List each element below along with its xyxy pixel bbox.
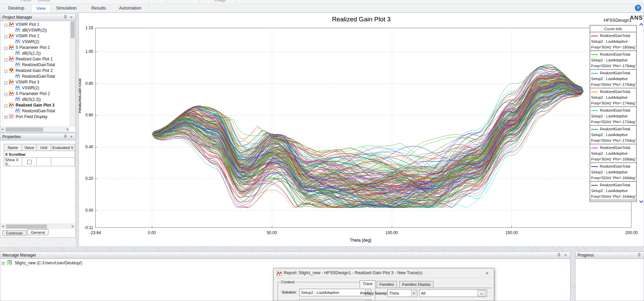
paste-button[interactable]: Paste bbox=[20, 0, 31, 2]
expander-icon[interactable]: - bbox=[4, 47, 7, 50]
tree-item-vswr-2-[interactable]: VSWR(2) bbox=[0, 39, 70, 45]
expander-icon[interactable]: - bbox=[4, 58, 7, 61]
scrollbar-thumb[interactable] bbox=[6, 128, 43, 131]
sweep-range-field[interactable]: All bbox=[419, 289, 487, 297]
delete-button[interactable]: Delete bbox=[38, 0, 50, 2]
tree-item-realizedgaintotal[interactable]: RealizedGainTotal bbox=[0, 74, 70, 79]
expander-icon[interactable]: + bbox=[2, 262, 5, 265]
close-icon[interactable]: × bbox=[484, 270, 490, 277]
tree-item-s-parameter-plot-1[interactable]: -S Parameter Plot 1 bbox=[0, 45, 70, 51]
message-item-label: 58ghz_new (C:/Users/User/Desktop/) bbox=[15, 261, 82, 265]
tree-item-realizedgaintotal[interactable]: RealizedGainTotal bbox=[0, 62, 70, 68]
vertical-splitter[interactable] bbox=[570, 251, 575, 301]
properties-horizontal-scrollbar[interactable]: < > bbox=[1, 224, 75, 229]
legend-entry[interactable]: RealizedGainTotalSetup2 : LastAdaptiveFr… bbox=[590, 144, 636, 163]
dialog-tab-trace[interactable]: Trace bbox=[360, 280, 376, 288]
ribbon-tab-automation[interactable]: Automation bbox=[114, 4, 146, 12]
legend-entry[interactable]: RealizedGainTotalSetup2 : LastAdaptiveFr… bbox=[590, 163, 636, 182]
ellipsis-button[interactable]: ... bbox=[478, 290, 486, 296]
tree-item-realized-gain-plot-2[interactable]: -Realized Gain Plot 2 bbox=[0, 68, 70, 74]
tree-item-db-s-2-2-[interactable]: dB(S(2,2)) bbox=[0, 97, 70, 102]
tree-item-db-vswr-2-[interactable]: dB(VSWR(2)) bbox=[0, 27, 70, 33]
properties-columns-row: NameValueUnitEvaluated V bbox=[4, 144, 75, 151]
properties-body: NameValueUnitEvaluated V X Scrollbar Sho… bbox=[0, 140, 76, 238]
tree-item-vswr-plot-3[interactable]: -VSWR Plot 3 bbox=[0, 79, 70, 85]
expander-icon[interactable]: - bbox=[4, 70, 7, 73]
help-icon[interactable]: ? bbox=[635, 5, 641, 11]
scroll-left-icon[interactable]: < bbox=[1, 224, 5, 229]
close-icon[interactable]: × bbox=[69, 15, 74, 20]
properties-group-row: X Scrollbar bbox=[4, 151, 75, 158]
tree-item-s-parameter-plot-2[interactable]: -S Parameter Plot 2 bbox=[0, 91, 70, 97]
message-item[interactable]: + 58ghz_new (C:/Users/User/Desktop/) bbox=[0, 260, 570, 266]
project-tree: -VSWR Plot 1dB(VSWR(2))-VSWR Plot 2VSWR(… bbox=[0, 22, 70, 120]
pin-icon[interactable] bbox=[63, 15, 68, 20]
column-header-value[interactable]: Value bbox=[22, 144, 37, 151]
expander-icon[interactable]: + bbox=[4, 116, 7, 119]
legend-entry[interactable]: RealizedGainTotalSetup2 : LastAdaptiveFr… bbox=[590, 88, 636, 107]
scroll-right-icon[interactable]: > bbox=[65, 127, 70, 132]
port-plot-icon bbox=[9, 114, 14, 120]
show-x-scrollbar-checkbox[interactable] bbox=[27, 160, 32, 164]
x-tick-label: 0.00 bbox=[142, 230, 162, 235]
tree-horizontal-scrollbar[interactable]: < > bbox=[0, 127, 70, 132]
close-icon[interactable]: × bbox=[69, 134, 74, 139]
ribbon-tab-view[interactable]: View bbox=[31, 4, 51, 12]
dialog-tab-families[interactable]: Families bbox=[377, 281, 397, 288]
tree-item-vswr-plot-2[interactable]: -VSWR Plot 2 bbox=[0, 33, 70, 39]
legend-entry[interactable]: RealizedGainTotalSetup2 : LastAdaptiveFr… bbox=[590, 182, 636, 200]
tab-general[interactable]: General bbox=[27, 229, 48, 235]
column-header-evaluated-v[interactable]: Evaluated V bbox=[51, 144, 75, 151]
pin-icon[interactable] bbox=[63, 134, 68, 139]
legend-entry[interactable]: RealizedGainTotalSetup2 : LastAdaptiveFr… bbox=[590, 70, 636, 88]
close-icon[interactable]: × bbox=[563, 253, 568, 258]
tree-item-realized-gain-plot-1[interactable]: -Realized Gain Plot 1 bbox=[0, 56, 70, 62]
ribbon-tab-simulation[interactable]: Simulation bbox=[51, 4, 81, 12]
tree-item-vswr-2-[interactable]: VSWR(2) bbox=[0, 85, 70, 91]
legend-entry[interactable]: RealizedGainTotalSetup2 : LastAdaptiveFr… bbox=[590, 126, 636, 144]
tree-item-label: RealizedGainTotal bbox=[22, 74, 55, 79]
scroll-right-icon[interactable]: > bbox=[70, 224, 75, 229]
column-header-name[interactable]: Name bbox=[4, 144, 22, 151]
expander-icon[interactable]: - bbox=[4, 24, 7, 27]
expander-icon[interactable]: - bbox=[4, 35, 7, 38]
geometry-select[interactable]: 3D ▼ bbox=[299, 299, 371, 301]
horizontal-splitter[interactable] bbox=[0, 247, 644, 251]
legend-entry[interactable]: RealizedGainTotalSetup2 : LastAdaptiveFr… bbox=[590, 51, 636, 70]
column-header-unit[interactable]: Unit bbox=[37, 144, 51, 151]
tree-vertical-scrollbar[interactable] bbox=[70, 21, 75, 127]
chevron-down-icon[interactable]: ▼ bbox=[411, 290, 417, 296]
legend-scroll-up-icon[interactable] bbox=[639, 22, 644, 26]
tree-item-db-s-2-2-[interactable]: dB(S(2,2)) bbox=[0, 51, 70, 56]
legend-detail-line: Setup2 : LastAdaptive bbox=[591, 151, 635, 156]
tree-item-realized-gain-plot-3[interactable]: -Realized Gain Plot 3 bbox=[0, 102, 70, 108]
legend-color-swatch bbox=[591, 73, 598, 74]
legend-entry[interactable]: RealizedGainTotalSetup2 : LastAdaptiveFr… bbox=[590, 107, 636, 126]
dialog-tab-families-display[interactable]: Families Display bbox=[399, 281, 434, 288]
tab-cartesian[interactable]: Cartesian bbox=[2, 230, 26, 236]
plot-canvas[interactable] bbox=[95, 28, 631, 228]
trace-icon bbox=[15, 27, 20, 34]
legend-series-name: RealizedGainTotal bbox=[600, 127, 630, 131]
legend-entry[interactable]: RealizedGainTotalSetup2 : LastAdaptiveFr… bbox=[590, 32, 636, 51]
dialog-title: Report: 58ghz_new - HFSSDesign1 - Realiz… bbox=[284, 270, 422, 275]
pin-icon[interactable] bbox=[637, 253, 642, 258]
scrollbar-thumb[interactable] bbox=[6, 225, 47, 228]
dialog-titlebar[interactable]: Report: 58ghz_new - HFSSDesign1 - Realiz… bbox=[274, 268, 494, 278]
pin-icon[interactable] bbox=[556, 253, 561, 258]
ribbon-tab-results[interactable]: Results bbox=[86, 4, 110, 12]
scrollbar-thumb[interactable] bbox=[71, 22, 75, 38]
tree-item-port-field-display[interactable]: +Port Field Display bbox=[0, 114, 70, 120]
expander-icon[interactable]: - bbox=[4, 81, 7, 84]
expander-icon[interactable]: - bbox=[4, 105, 7, 108]
expander-icon[interactable]: - bbox=[4, 93, 7, 96]
plot-area: RealizedGainTotal 1.151.000.800.600.400.… bbox=[95, 28, 631, 228]
tree-item-realizedgaintotal[interactable]: RealizedGainTotal bbox=[0, 108, 70, 114]
vertical-splitter[interactable] bbox=[76, 13, 79, 247]
tree-item-vswr-plot-1[interactable]: -VSWR Plot 1 bbox=[0, 22, 70, 27]
ribbon-tab-desktop[interactable]: Desktop bbox=[3, 4, 29, 12]
primary-sweep-select[interactable]: Theta ▼ bbox=[387, 289, 417, 297]
legend-detail-line: Freq='5GHz' Phi='-170deg' bbox=[591, 138, 635, 144]
scroll-left-icon[interactable]: < bbox=[0, 127, 5, 132]
legend-scroll-down-icon[interactable] bbox=[639, 199, 644, 204]
